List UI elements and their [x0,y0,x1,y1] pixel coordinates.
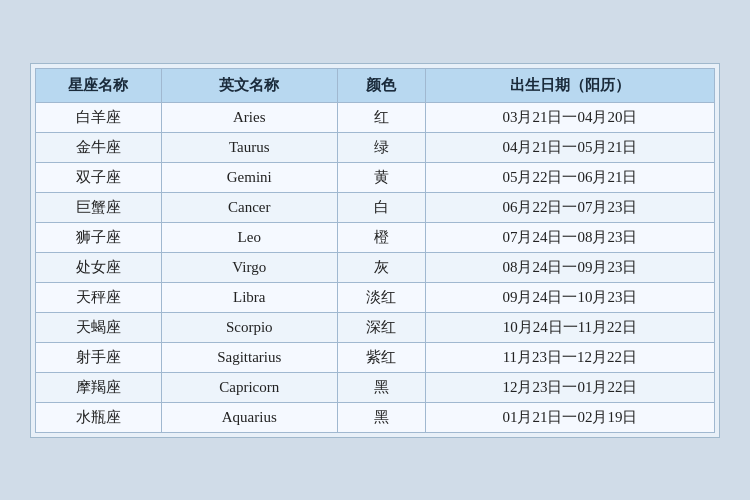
table-row: 双子座Gemini黄05月22日一06月21日 [36,162,715,192]
cell-zh: 摩羯座 [36,372,162,402]
cell-color: 深红 [337,312,425,342]
cell-zh: 天秤座 [36,282,162,312]
cell-en: Scorpio [161,312,337,342]
cell-date: 12月23日一01月22日 [425,372,714,402]
cell-color: 淡红 [337,282,425,312]
cell-color: 橙 [337,222,425,252]
table-row: 白羊座Aries红03月21日一04月20日 [36,102,715,132]
cell-color: 白 [337,192,425,222]
cell-date: 08月24日一09月23日 [425,252,714,282]
table-row: 处女座Virgo灰08月24日一09月23日 [36,252,715,282]
table-row: 金牛座Taurus绿04月21日一05月21日 [36,132,715,162]
header-color: 颜色 [337,68,425,102]
cell-color: 紫红 [337,342,425,372]
cell-color: 黑 [337,402,425,432]
cell-date: 10月24日一11月22日 [425,312,714,342]
cell-date: 05月22日一06月21日 [425,162,714,192]
header-en: 英文名称 [161,68,337,102]
cell-color: 灰 [337,252,425,282]
cell-en: Aries [161,102,337,132]
cell-en: Capricorn [161,372,337,402]
cell-color: 黑 [337,372,425,402]
cell-date: 06月22日一07月23日 [425,192,714,222]
cell-date: 01月21日一02月19日 [425,402,714,432]
table-row: 水瓶座Aquarius黑01月21日一02月19日 [36,402,715,432]
cell-en: Taurus [161,132,337,162]
table-row: 狮子座Leo橙07月24日一08月23日 [36,222,715,252]
cell-en: Gemini [161,162,337,192]
cell-zh: 狮子座 [36,222,162,252]
table-row: 天蝎座Scorpio深红10月24日一11月22日 [36,312,715,342]
cell-date: 03月21日一04月20日 [425,102,714,132]
cell-color: 红 [337,102,425,132]
cell-date: 07月24日一08月23日 [425,222,714,252]
table-row: 巨蟹座Cancer白06月22日一07月23日 [36,192,715,222]
cell-en: Cancer [161,192,337,222]
zodiac-table-container: 星座名称 英文名称 颜色 出生日期（阳历） 白羊座Aries红03月21日一04… [30,63,720,438]
cell-en: Aquarius [161,402,337,432]
cell-zh: 双子座 [36,162,162,192]
zodiac-table: 星座名称 英文名称 颜色 出生日期（阳历） 白羊座Aries红03月21日一04… [35,68,715,433]
cell-zh: 射手座 [36,342,162,372]
table-row: 摩羯座Capricorn黑12月23日一01月22日 [36,372,715,402]
cell-en: Virgo [161,252,337,282]
cell-zh: 白羊座 [36,102,162,132]
cell-zh: 巨蟹座 [36,192,162,222]
table-row: 天秤座Libra淡红09月24日一10月23日 [36,282,715,312]
cell-en: Leo [161,222,337,252]
table-row: 射手座Sagittarius紫红11月23日一12月22日 [36,342,715,372]
cell-en: Sagittarius [161,342,337,372]
cell-zh: 处女座 [36,252,162,282]
cell-date: 09月24日一10月23日 [425,282,714,312]
cell-date: 04月21日一05月21日 [425,132,714,162]
cell-en: Libra [161,282,337,312]
cell-zh: 金牛座 [36,132,162,162]
header-date: 出生日期（阳历） [425,68,714,102]
cell-color: 绿 [337,132,425,162]
cell-date: 11月23日一12月22日 [425,342,714,372]
header-zh: 星座名称 [36,68,162,102]
cell-zh: 天蝎座 [36,312,162,342]
cell-color: 黄 [337,162,425,192]
cell-zh: 水瓶座 [36,402,162,432]
table-header-row: 星座名称 英文名称 颜色 出生日期（阳历） [36,68,715,102]
